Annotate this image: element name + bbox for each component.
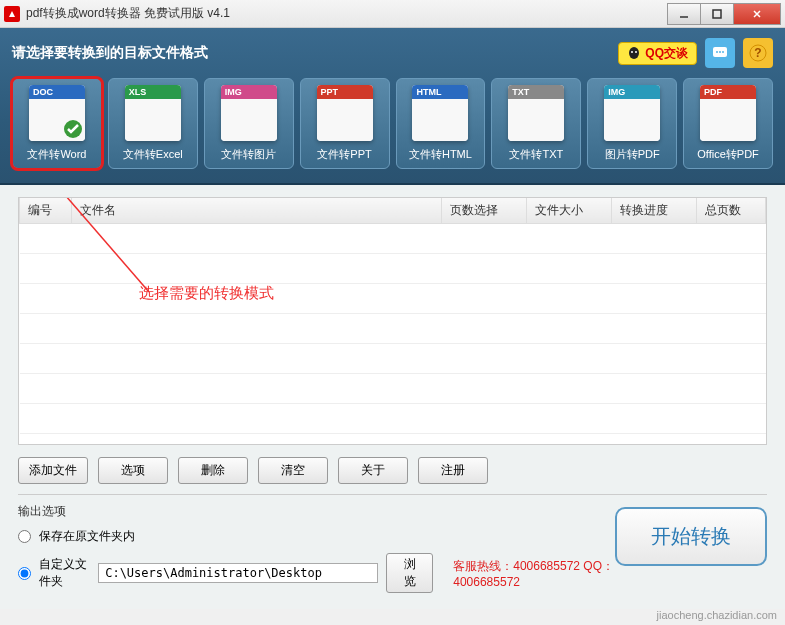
format-card-html[interactable]: HTML文件转HTML xyxy=(396,78,486,169)
table-row xyxy=(20,374,766,404)
format-badge: XLS xyxy=(125,85,181,99)
format-label: 文件转图片 xyxy=(209,147,289,162)
col-filename[interactable]: 文件名 xyxy=(72,198,442,224)
radio-custom-label: 自定义文件夹 xyxy=(39,556,90,590)
format-card-img[interactable]: IMG文件转图片 xyxy=(204,78,294,169)
titlebar: pdf转换成word转换器 免费试用版 v4.1 xyxy=(0,0,785,28)
format-card-ppt[interactable]: PPT文件转PPT xyxy=(300,78,390,169)
check-icon xyxy=(63,119,83,139)
add-file-button[interactable]: 添加文件 xyxy=(18,457,88,484)
radio-same-label: 保存在原文件夹内 xyxy=(39,528,135,545)
radio-custom-folder[interactable]: 自定义文件夹 浏览 客服热线：4006685572 QQ：4006685572 xyxy=(18,553,615,593)
radio-same-folder[interactable]: 保存在原文件夹内 xyxy=(18,528,615,545)
radio-same-input[interactable] xyxy=(18,530,31,543)
start-convert-button[interactable]: 开始转换 xyxy=(615,507,767,566)
clear-button[interactable]: 清空 xyxy=(258,457,328,484)
format-badge: PDF xyxy=(700,85,756,99)
output-path-input[interactable] xyxy=(98,563,378,583)
hotline-text: 客服热线：4006685572 QQ：4006685572 xyxy=(453,558,615,589)
col-progress[interactable]: 转换进度 xyxy=(611,198,696,224)
svg-rect-1 xyxy=(713,10,721,18)
svg-point-2 xyxy=(629,47,639,59)
format-label: 文件转HTML xyxy=(401,147,481,162)
format-cards-row: DOC文件转WordXLS文件转ExcelIMG文件转图片PPT文件转PPTHT… xyxy=(12,78,773,169)
table-row xyxy=(20,284,766,314)
svg-text:?: ? xyxy=(754,46,761,60)
format-badge: DOC xyxy=(29,85,85,99)
app-icon xyxy=(4,6,20,22)
output-section: 输出选项 保存在原文件夹内 自定义文件夹 浏览 客服热线：4006685572 … xyxy=(18,494,767,601)
delete-button[interactable]: 删除 xyxy=(178,457,248,484)
radio-custom-input[interactable] xyxy=(18,567,31,580)
register-button[interactable]: 注册 xyxy=(418,457,488,484)
table-row xyxy=(20,404,766,434)
format-badge: IMG xyxy=(221,85,277,99)
format-card-pdf[interactable]: PDFOffice转PDF xyxy=(683,78,773,169)
format-label: 文件转PPT xyxy=(305,147,385,162)
close-button[interactable] xyxy=(733,3,781,25)
action-buttons: 添加文件 选项 删除 清空 关于 注册 xyxy=(18,457,767,484)
format-card-doc[interactable]: DOC文件转Word xyxy=(12,78,102,169)
file-table-container: 编号 文件名 页数选择 文件大小 转换进度 总页数 xyxy=(18,197,767,445)
chat-icon[interactable] xyxy=(705,38,735,68)
format-label: 文件转Word xyxy=(17,147,97,162)
about-button[interactable]: 关于 xyxy=(338,457,408,484)
file-table: 编号 文件名 页数选择 文件大小 转换进度 总页数 xyxy=(19,198,766,434)
svg-point-6 xyxy=(716,51,718,53)
col-size[interactable]: 文件大小 xyxy=(526,198,611,224)
svg-point-3 xyxy=(631,51,633,53)
table-row xyxy=(20,314,766,344)
format-label: 文件转TXT xyxy=(496,147,576,162)
options-button[interactable]: 选项 xyxy=(98,457,168,484)
table-row xyxy=(20,254,766,284)
svg-point-4 xyxy=(635,51,637,53)
minimize-button[interactable] xyxy=(667,3,701,25)
format-badge: PPT xyxy=(317,85,373,99)
window-title: pdf转换成word转换器 免费试用版 v4.1 xyxy=(26,5,668,22)
col-index[interactable]: 编号 xyxy=(20,198,72,224)
maximize-button[interactable] xyxy=(700,3,734,25)
format-label: 图片转PDF xyxy=(592,147,672,162)
svg-point-8 xyxy=(722,51,724,53)
col-pages[interactable]: 页数选择 xyxy=(442,198,527,224)
format-badge: IMG xyxy=(604,85,660,99)
window-controls xyxy=(668,3,781,25)
qq-chat-button[interactable]: QQ交谈 xyxy=(618,42,697,65)
svg-point-7 xyxy=(719,51,721,53)
instruction-text: 请选择要转换到的目标文件格式 xyxy=(12,44,618,62)
help-icon[interactable]: ? xyxy=(743,38,773,68)
format-selection-panel: 请选择要转换到的目标文件格式 QQ交谈 ? DOC文件转WordXLS文件转Ex… xyxy=(0,28,785,185)
format-card-img[interactable]: IMG图片转PDF xyxy=(587,78,677,169)
qq-label: QQ交谈 xyxy=(645,45,688,62)
format-label: 文件转Excel xyxy=(113,147,193,162)
format-badge: HTML xyxy=(412,85,468,99)
browse-button[interactable]: 浏览 xyxy=(386,553,433,593)
format-card-txt[interactable]: TXT文件转TXT xyxy=(491,78,581,169)
format-badge: TXT xyxy=(508,85,564,99)
content-area: 编号 文件名 页数选择 文件大小 转换进度 总页数 xyxy=(0,185,785,609)
table-row xyxy=(20,224,766,254)
col-total[interactable]: 总页数 xyxy=(696,198,765,224)
format-label: Office转PDF xyxy=(688,147,768,162)
format-card-xls[interactable]: XLS文件转Excel xyxy=(108,78,198,169)
output-title: 输出选项 xyxy=(18,503,615,520)
table-row xyxy=(20,344,766,374)
watermark-text: jiaocheng.chazidian.com xyxy=(657,609,777,621)
